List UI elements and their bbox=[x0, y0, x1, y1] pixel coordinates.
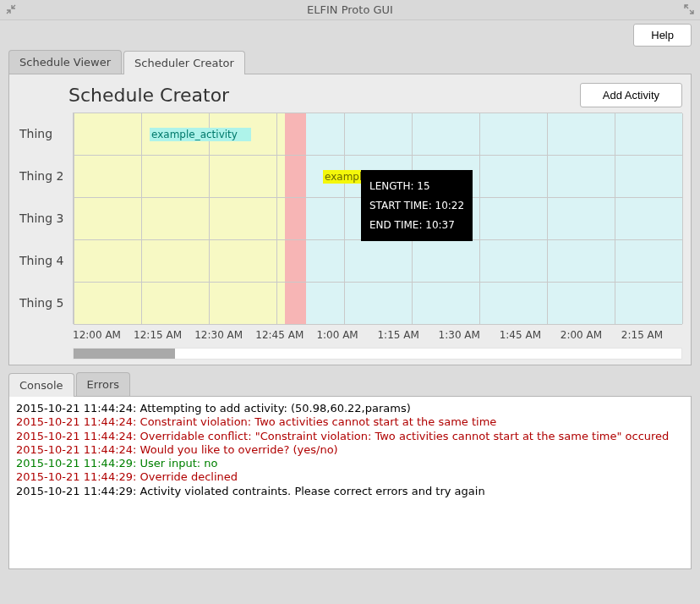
console-line: 2015-10-21 11:44:29: User input: no bbox=[16, 457, 684, 470]
add-activity-button[interactable]: Add Activity bbox=[580, 83, 682, 107]
grid-col bbox=[74, 113, 74, 324]
grid-row bbox=[74, 240, 682, 283]
time-tick: 12:30 AM bbox=[194, 329, 255, 341]
main-tabstrip: Schedule Viewer Scheduler Creator bbox=[0, 50, 700, 74]
row-label: Thing 3 bbox=[18, 197, 73, 239]
scrollbar-thumb[interactable] bbox=[74, 349, 175, 359]
tooltip-line: START TIME: 10:22 bbox=[369, 196, 464, 216]
page-title: Schedule Creator bbox=[68, 85, 229, 106]
time-tick: 1:15 AM bbox=[377, 329, 438, 341]
time-axis: 12:00 AM12:15 AM12:30 AM12:45 AM1:00 AM1… bbox=[73, 324, 682, 341]
row-label: Thing 5 bbox=[18, 282, 73, 324]
grid-col bbox=[682, 113, 683, 324]
console-line: 2015-10-21 11:44:29: Override declined bbox=[16, 470, 684, 484]
horizontal-scrollbar[interactable] bbox=[73, 348, 682, 360]
tooltip-line: END TIME: 10:37 bbox=[369, 216, 464, 235]
console-line: 2015-10-21 11:44:24: Overridable conflic… bbox=[16, 430, 684, 443]
grid-row bbox=[74, 283, 682, 325]
time-tick: 1:00 AM bbox=[316, 329, 377, 341]
row-labels: ThingThing 2Thing 3Thing 4Thing 5 bbox=[18, 113, 73, 324]
scheduled-activity[interactable]: example_activity bbox=[150, 128, 251, 141]
tab-console[interactable]: Console bbox=[8, 373, 74, 397]
time-tick: 12:45 AM bbox=[255, 329, 316, 341]
grid-col bbox=[141, 113, 142, 324]
toolbar: Help bbox=[0, 20, 700, 48]
time-tick: 1:30 AM bbox=[439, 329, 500, 341]
grid-col bbox=[209, 113, 210, 324]
row-label: Thing 2 bbox=[18, 155, 73, 197]
help-button[interactable]: Help bbox=[633, 24, 692, 47]
grid-col bbox=[276, 113, 277, 324]
grid-col bbox=[479, 113, 480, 324]
console-line: 2015-10-21 11:44:24: Attempting to add a… bbox=[16, 402, 684, 415]
grid-col bbox=[547, 113, 548, 324]
expand-icon[interactable] bbox=[5, 3, 17, 15]
grid-col bbox=[615, 113, 615, 324]
console-line: 2015-10-21 11:44:24: Would you like to o… bbox=[16, 443, 684, 457]
tab-scheduler-creator[interactable]: Scheduler Creator bbox=[123, 51, 245, 74]
panel-header: Schedule Creator Add Activity bbox=[68, 83, 682, 107]
row-label: Thing bbox=[18, 113, 73, 155]
timeline-chart[interactable]: example_activityexample_activityLENGTH: … bbox=[73, 113, 682, 324]
activity-tooltip: LENGTH: 15START TIME: 10:22END TIME: 10:… bbox=[361, 170, 473, 241]
time-tick: 2:15 AM bbox=[621, 329, 682, 341]
titlebar: ELFIN Proto GUI bbox=[0, 0, 700, 20]
app-window: ELFIN Proto GUI Help Schedule Viewer Sch… bbox=[0, 0, 700, 604]
tooltip-line: LENGTH: 15 bbox=[369, 177, 464, 196]
tab-schedule-viewer[interactable]: Schedule Viewer bbox=[8, 50, 122, 74]
tab-errors[interactable]: Errors bbox=[76, 372, 130, 396]
console-output[interactable]: 2015-10-21 11:44:24: Attempting to add a… bbox=[8, 396, 692, 569]
time-tick: 12:00 AM bbox=[73, 329, 134, 341]
time-tick: 1:45 AM bbox=[500, 329, 561, 341]
time-tick: 2:00 AM bbox=[561, 329, 621, 341]
grid-col bbox=[344, 113, 345, 324]
row-label: Thing 4 bbox=[18, 239, 73, 282]
timeline: ThingThing 2Thing 3Thing 4Thing 5 exampl… bbox=[18, 113, 682, 360]
console-line: 2015-10-21 11:44:24: Constraint violatio… bbox=[16, 415, 684, 429]
lower-tabstrip: Console Errors bbox=[0, 372, 700, 396]
scheduler-creator-panel: Schedule Creator Add Activity ThingThing… bbox=[8, 74, 692, 365]
window-title: ELFIN Proto GUI bbox=[307, 3, 393, 16]
maximize-icon[interactable] bbox=[683, 3, 695, 15]
console-line: 2015-10-21 11:44:29: Activity violated c… bbox=[16, 485, 684, 498]
timeline-grid: ThingThing 2Thing 3Thing 4Thing 5 exampl… bbox=[18, 113, 682, 324]
time-tick: 12:15 AM bbox=[134, 329, 194, 341]
